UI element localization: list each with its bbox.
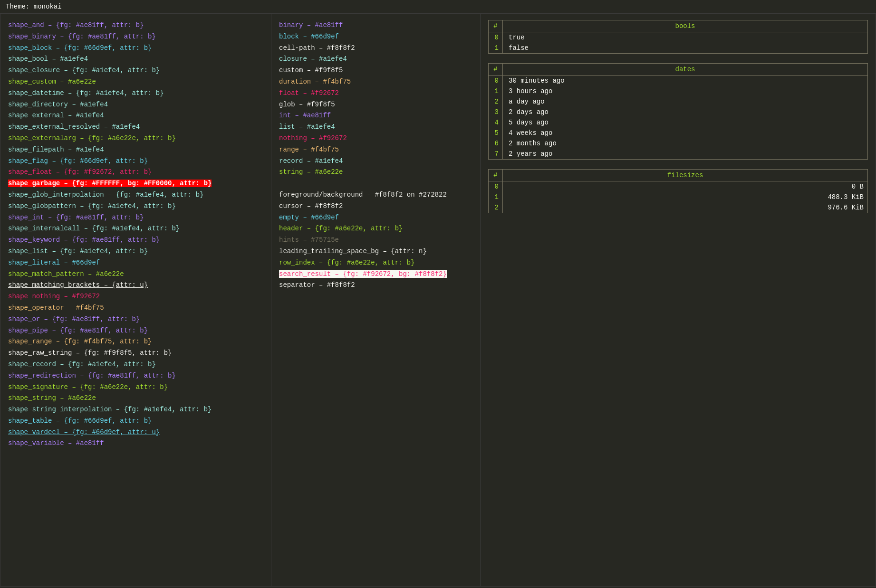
middle-line: custom – #f9f8f5 [279,65,472,76]
left-line-shape_garbage: shape_garbage – {fg: #FFFFFF, bg: #FF000… [8,178,263,190]
dates-val: 3 hours ago [503,86,868,96]
middle-line2: hints – #75715e [279,235,472,246]
middle-line2: leading_trailing_space_bg – {attr: n} [279,246,472,257]
left-line-shape_redirection: shape_redirection – {fg: #ae81ff, attr: … [8,370,263,382]
left-line-shape_datetime: shape_datetime – {fg: #a1efe4, attr: b} [8,88,263,99]
left-line-shape_and: shape_and – {fg: #ae81ff, attr: b} [8,20,263,31]
filesizes-val: 488.3 KiB [503,192,868,202]
filesizes-num: 2 [489,202,503,213]
left-column: shape_and – {fg: #ae81ff, attr: b}shape_… [0,14,271,586]
dates-val: 4 weeks ago [503,128,868,138]
middle-line2: search_result – {fg: #f92672, bg: #f8f8f… [279,269,472,280]
left-line-shape_string: shape_string – #a6e22e [8,393,263,404]
left-lines-container: shape_and – {fg: #ae81ff, attr: b}shape_… [8,20,263,449]
left-line-shape_custom: shape_custom – #a6e22e [8,76,263,88]
dates-num: 1 [489,86,503,96]
dates-num: 3 [489,107,503,117]
middle-column: binary – #ae81ffblock – #66d9efcell-path… [271,14,481,586]
filesizes-val: 976.6 KiB [503,202,868,213]
left-line-shape_signature: shape_signature – {fg: #a6e22e, attr: b} [8,382,263,393]
middle-line: glob – #f9f8f5 [279,99,472,111]
dates-row: 45 days ago [489,117,868,128]
dates-val: 2 years ago [503,149,868,160]
dates-col-num: # [489,64,503,76]
middle-line2: empty – #66d9ef [279,212,472,224]
middle-line: cell-path – #f8f8f2 [279,43,472,54]
bools-row: 0true [489,32,868,43]
left-line-shape_internalcall: shape_internalcall – {fg: #a1efe4, attr:… [8,223,263,235]
filesizes-row: 1488.3 KiB [489,192,868,202]
dates-row: 62 months ago [489,138,868,149]
middle-line: int – #ae81ff [279,110,472,122]
dates-row: 030 minutes ago [489,76,868,86]
bools-row: 1false [489,43,868,54]
dates-num: 2 [489,96,503,107]
bools-num: 0 [489,32,503,43]
filesizes-row: 00 B [489,181,868,192]
left-line-shape_directory: shape_directory – #a1efe4 [8,99,263,111]
left-line-shape_keyword: shape_keyword – {fg: #ae81ff, attr: b} [8,235,263,246]
filesizes-col-val: filesizes [503,170,868,181]
middle-line: float – #f92672 [279,88,472,99]
middle-line2: separator – #f8f8f2 [279,280,472,291]
dates-num: 7 [489,149,503,160]
left-line-shape_filepath: shape_filepath – #a1efe4 [8,144,263,156]
middle-line: block – #66d9ef [279,31,472,43]
dates-num: 4 [489,117,503,128]
middle-line: string – #a6e22e [279,167,472,178]
left-line-shape_operator: shape_operator – #f4bf75 [8,303,263,314]
left-line-shape_literal: shape_literal – #66d9ef [8,257,263,269]
middle-line2: cursor – #f8f8f2 [279,201,472,212]
middle-line: nothing – #f92672 [279,133,472,144]
bools-table: # bools 0true1false [488,20,868,54]
middle-spacer [279,178,472,190]
middle-section2: foreground/background – #f8f8f2 on #2728… [279,190,472,291]
middle-line: binary – #ae81ff [279,20,472,31]
left-line-shape_matching_brackets: shape_matching_brackets – {attr: u} [8,280,263,291]
filesizes-col-num: # [489,170,503,181]
left-line-shape_vardecl: shape_vardecl – {fg: #66d9ef, attr: u} [8,427,263,438]
dates-val: 2 days ago [503,107,868,117]
left-line-shape_raw_string: shape_raw_string – {fg: #f9f8f5, attr: b… [8,348,263,359]
middle-line: range – #f4bf75 [279,144,472,156]
dates-num: 5 [489,128,503,138]
left-line-shape_external_resolved: shape_external_resolved – #a1efe4 [8,122,263,133]
left-line-shape_globpattern: shape_globpattern – {fg: #a1efe4, attr: … [8,201,263,212]
left-line-shape_closure: shape_closure – {fg: #a1efe4, attr: b} [8,65,263,76]
left-line-shape_pipe: shape_pipe – {fg: #ae81ff, attr: b} [8,325,263,337]
middle-line: record – #a1efe4 [279,156,472,167]
left-line-shape_externalarg: shape_externalarg – {fg: #a6e22e, attr: … [8,133,263,144]
dates-row: 32 days ago [489,107,868,117]
left-line-shape_list: shape_list – {fg: #a1efe4, attr: b} [8,246,263,257]
left-line-shape_glob_interpolation: shape_glob_interpolation – {fg: #a1efe4,… [8,190,263,201]
middle-line2: foreground/background – #f8f8f2 on #2728… [279,190,472,201]
dates-num: 6 [489,138,503,149]
left-line-shape_float: shape_float – {fg: #f92672, attr: b} [8,167,263,178]
bools-val: true [503,32,868,43]
left-line-shape_variable: shape_variable – #ae81ff [8,438,263,449]
left-line-shape_record: shape_record – {fg: #a1efe4, attr: b} [8,359,263,370]
right-column: # bools 0true1false # dates 030 minutes … [481,14,876,586]
left-line-shape_string_interpolation: shape_string_interpolation – {fg: #a1efe… [8,404,263,416]
dates-row: 72 years ago [489,149,868,160]
filesizes-table: # filesizes 00 B1488.3 KiB2976.6 KiB [488,169,868,213]
left-line-shape_block: shape_block – {fg: #66d9ef, attr: b} [8,43,263,54]
left-line-shape_match_pattern: shape_match_pattern – #a6e22e [8,269,263,280]
dates-val: a day ago [503,96,868,107]
bools-col-val: bools [503,20,868,32]
bools-num: 1 [489,43,503,54]
dates-row: 54 weeks ago [489,128,868,138]
dates-row: 13 hours ago [489,86,868,96]
middle-line2: row_index – {fg: #a6e22e, attr: b} [279,257,472,269]
bools-val: false [503,43,868,54]
middle-line: duration – #f4bf75 [279,76,472,88]
left-line-shape_table: shape_table – {fg: #66d9ef, attr: b} [8,416,263,427]
theme-bar: Theme: monokai [0,0,876,14]
filesizes-num: 1 [489,192,503,202]
left-line-shape_int: shape_int – {fg: #ae81ff, attr: b} [8,212,263,224]
dates-num: 0 [489,76,503,86]
dates-row: 2a day ago [489,96,868,107]
middle-line: closure – #a1efe4 [279,54,472,65]
theme-label: Theme: monokai [6,3,62,10]
dates-table: # dates 030 minutes ago13 hours ago2a da… [488,63,868,160]
